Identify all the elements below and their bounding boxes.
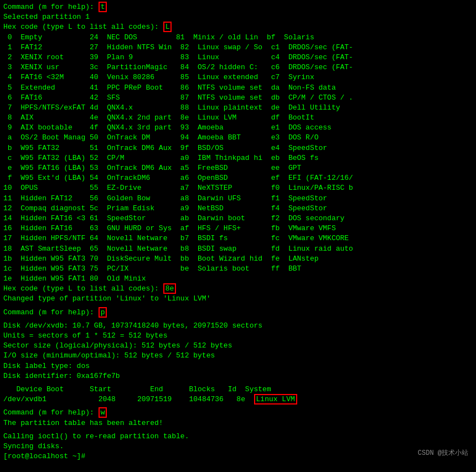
cmd-t-line: Command (m for help): t bbox=[3, 2, 473, 12]
hex-row-c: c W95 FAT32 (LBA) 52 CP/M a0 IBM Thinkpa… bbox=[3, 153, 473, 163]
watermark: CSDN @技术小站 bbox=[418, 449, 468, 458]
hex-row-b: b W95 FAT32 51 OnTrack DM6 Aux 9f BSD/OS… bbox=[3, 143, 473, 153]
partition-altered: The partition table has been altered! bbox=[3, 418, 473, 428]
cmd-w-prompt: Command (m for help): bbox=[3, 408, 99, 417]
disk-info5: Disk label type: dos bbox=[3, 361, 473, 371]
cmd-p-line: Command (m for help): p bbox=[3, 308, 473, 318]
hex-row-1c: 1c Hidden W95 FAT3 75 PC/IX be Solaris b… bbox=[3, 264, 473, 274]
hex-row-11: 11 Hidden FAT12 56 Golden Bow a8 Darwin … bbox=[3, 194, 473, 204]
part-system: Linux LVM bbox=[254, 394, 297, 404]
changed-type: Changed type of partition 'Linux' to 'Li… bbox=[3, 294, 473, 304]
part-end: 20971519 bbox=[137, 395, 172, 403]
cmd-w-input: w bbox=[99, 407, 107, 418]
hex-code-input2: 8e bbox=[163, 283, 177, 294]
hex-row-8: 8 AIX 4e QNX4.x 2nd part 8e Linux LVM df… bbox=[3, 113, 473, 123]
hex-code-prompt2: Hex code (type L to list all codes): bbox=[3, 284, 163, 293]
disk-info1: Disk /dev/xvdb: 10.7 GB, 10737418240 byt… bbox=[3, 321, 473, 331]
hex-row-12: 12 Compaq diagnost 5c Priam Edisk a9 Net… bbox=[3, 204, 473, 214]
hex-row-4: 4 FAT16 <32M 40 Venix 80286 85 Linux ext… bbox=[3, 72, 473, 82]
cmd-w-line: Command (m for help): w bbox=[3, 408, 473, 418]
hex-code-prompt1-line: Hex code (type L to list all codes): L bbox=[3, 22, 473, 32]
part-blocks: 10484736 bbox=[189, 395, 224, 403]
cmd-t-prompt: Command (m for help): bbox=[3, 3, 99, 11]
part-id: 8e bbox=[236, 395, 245, 403]
cmd-t-input: t bbox=[99, 2, 107, 12]
part-device: /dev/xvdb1 bbox=[3, 395, 46, 403]
hex-row-0: 0 Empty 24 NEC DOS 81 Minix / old Lin bf… bbox=[3, 33, 473, 43]
hex-row-3: 3 XENIX usr 3c PartitionMagic 84 OS/2 hi… bbox=[3, 63, 473, 72]
hex-row-5: 5 Extended 41 PPC PReP Boot 86 NTFS volu… bbox=[3, 83, 473, 93]
part-start: 2048 bbox=[99, 395, 116, 403]
hex-code-prompt1: Hex code (type L to list all codes): bbox=[3, 23, 163, 31]
hex-row-6: 6 FAT16 42 SFS 87 NTFS volume set db CP/… bbox=[3, 93, 473, 103]
shell-prompt: [root@localhost ~]# bbox=[3, 452, 473, 461]
hex-row-7: 7 HPFS/NTFS/exFAT 4d QNX4.x 88 Linux pla… bbox=[3, 103, 473, 113]
hex-code-input1: L bbox=[163, 22, 172, 32]
hex-row-10: 10 OPUS 55 EZ-Drive a7 NeXTSTEP f0 Linux… bbox=[3, 183, 473, 193]
hex-row-1b: 1b Hidden W95 FAT3 70 DiskSecure Mult bb… bbox=[3, 254, 473, 264]
partition-row: /dev/xvdb1 2048 20971519 10484736 8e Lin… bbox=[3, 395, 473, 404]
terminal: Command (m for help): t Selected partiti… bbox=[3, 2, 473, 461]
disk-info4: I/O size (minimum/optimal): 512 bytes / … bbox=[3, 351, 473, 361]
hex-row-16: 16 Hidden FAT16 63 GNU HURD or Sys af HF… bbox=[3, 224, 473, 234]
hex-row-9: 9 AIX bootable 4f QNX4.x 3rd part 93 Amo… bbox=[3, 123, 473, 133]
calling-ioctl: Calling ioctl() to re-read partition tab… bbox=[3, 432, 473, 442]
cmd-p-prompt: Command (m for help): bbox=[3, 308, 99, 317]
hex-code-prompt2-line: Hex code (type L to list all codes): 8e bbox=[3, 284, 473, 294]
hex-row-17: 17 Hidden HPFS/NTF 64 Novell Netware b7 … bbox=[3, 234, 473, 243]
hex-row-e: e W95 FAT16 (LBA) 53 OnTrack DM6 Aux a5 … bbox=[3, 163, 473, 173]
hex-row-f: f W95 Ext'd (LBA) 54 OnTrackDM6 a6 OpenB… bbox=[3, 173, 473, 183]
hex-row-1: 1 FAT12 27 Hidden NTFS Win 82 Linux swap… bbox=[3, 43, 473, 53]
hex-row-18: 18 AST SmartSleep 65 Novell Netware b8 B… bbox=[3, 244, 473, 254]
disk-info3: Sector size (logical/physical): 512 byte… bbox=[3, 341, 473, 351]
disk-info6: Disk identifier: 0xa167fe7b bbox=[3, 371, 473, 381]
hex-row-1e: 1e Hidden W95 FAT1 80 Old Minix bbox=[3, 274, 473, 284]
selected-partition: Selected partition 1 bbox=[3, 12, 473, 22]
cmd-p-input: p bbox=[99, 307, 107, 318]
hex-row-a: a OS/2 Boot Manag 50 OnTrack DM 94 Amoeb… bbox=[3, 133, 473, 143]
syncing: Syncing disks. bbox=[3, 442, 473, 452]
hex-row-14: 14 Hidden FAT16 <3 61 SpeedStor ab Darwi… bbox=[3, 214, 473, 224]
disk-info2: Units = sectors of 1 * 512 = 512 bytes bbox=[3, 331, 473, 341]
partition-header: Device Boot Start End Blocks Id System bbox=[3, 385, 473, 395]
hex-row-2: 2 XENIX root 39 Plan 9 83 Linux c4 DRDOS… bbox=[3, 53, 473, 63]
